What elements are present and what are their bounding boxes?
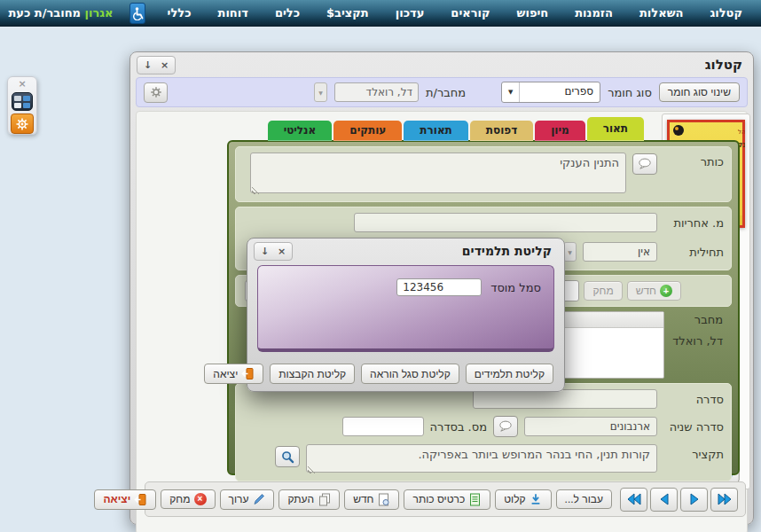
menu-item-orders[interactable]: הזמנות xyxy=(561,0,626,27)
last-record-button[interactable] xyxy=(710,488,738,512)
new-record-button[interactable]: חדש xyxy=(344,489,399,510)
screen: { "topbar": { "menu": ["קטלוג","השאלות",… xyxy=(0,0,761,532)
header-gear-button[interactable] xyxy=(144,82,168,103)
new-document-icon xyxy=(377,493,390,506)
intake-staff-button[interactable]: קליטת סגל הוראה xyxy=(361,364,459,384)
summary-label: תקציר xyxy=(663,444,724,461)
first-record-button[interactable] xyxy=(620,488,647,512)
download-icon xyxy=(530,493,543,506)
wheelchair-icon xyxy=(130,6,145,20)
dialog-controls: × ↓ xyxy=(254,242,293,261)
summary-search-button[interactable] xyxy=(275,446,300,467)
speech-bubble-icon xyxy=(498,420,513,433)
exit-icon xyxy=(134,493,147,506)
change-material-type-button[interactable]: שינוי סוג חומר xyxy=(659,82,740,102)
catalog-titlebar[interactable]: × ↓ קטלוג xyxy=(130,52,753,77)
menu-item-reports[interactable]: דוחות xyxy=(205,0,262,27)
title-note-button[interactable] xyxy=(632,153,657,175)
tab-description2[interactable]: תאורת xyxy=(404,121,467,141)
author-field[interactable] xyxy=(334,82,419,102)
window-title: קטלוג xyxy=(705,57,742,73)
series2-label: סדרה שניה xyxy=(663,420,724,434)
exit-button[interactable]: יציאה xyxy=(94,489,156,510)
green-document-icon xyxy=(468,493,482,506)
menu-item-tools[interactable]: כלים xyxy=(262,0,313,27)
author-new-button[interactable]: + חדש xyxy=(627,281,681,301)
goto-button[interactable]: עבור ל... xyxy=(556,489,612,509)
copy-icon xyxy=(318,493,331,506)
dialog-title: קליטת תלמידים xyxy=(462,244,552,258)
tab-analytic[interactable]: אנליטי xyxy=(268,121,333,141)
menu-item-readers[interactable]: קוראים xyxy=(437,0,503,27)
title-card-button[interactable]: כרטיס כותר xyxy=(404,489,490,510)
series-note-button[interactable] xyxy=(493,416,518,437)
settings-gear-icon[interactable] xyxy=(11,113,34,134)
series-number-label: מס. בסדרה xyxy=(430,420,487,434)
catalog-tabs: תאור מיון דפוסת תאורת עותקים אנליטי xyxy=(268,117,644,141)
title-label: כותר xyxy=(663,153,724,168)
author-row-value[interactable]: דל, רואלד xyxy=(671,334,723,348)
prefix-input[interactable] xyxy=(583,242,657,262)
accessibility-button[interactable] xyxy=(129,3,145,24)
responsibility-input[interactable] xyxy=(354,213,657,232)
dialog-titlebar[interactable]: × ↓ קליטת תלמידים xyxy=(247,239,564,263)
title-panel: כותר התנין הענקי xyxy=(235,146,732,202)
tab-copies[interactable]: עותקים xyxy=(333,121,402,141)
menu-item-budget[interactable]: תקציב$ xyxy=(313,0,382,27)
dialog-body: סמל מוסד xyxy=(257,265,554,352)
next-record-button[interactable] xyxy=(680,488,708,512)
material-type-select[interactable]: ספרים ▼ xyxy=(501,82,600,103)
intake-students-button[interactable]: קליטת תלמידים xyxy=(466,364,553,384)
prefix-chevron-down-icon[interactable]: ▼ xyxy=(563,242,577,262)
collapse-icon[interactable]: ↓ xyxy=(140,59,155,73)
calculator-icon[interactable] xyxy=(12,92,33,111)
tab-imprint[interactable]: דפוסת xyxy=(470,121,533,141)
menu-item-loans[interactable]: השאלות xyxy=(626,0,696,27)
previous-record-button[interactable] xyxy=(650,488,678,512)
plus-icon: + xyxy=(660,285,672,297)
close-icon[interactable]: × xyxy=(157,59,172,73)
institution-code-input[interactable] xyxy=(396,278,482,296)
dialog-footer: קליטת תלמידים קליטת סגל הוראה קליטת הקבצ… xyxy=(258,364,553,384)
chevron-down-icon[interactable]: ▼ xyxy=(502,82,520,102)
series-label: סדרה xyxy=(663,393,724,406)
title-input[interactable]: התנין הענקי xyxy=(250,153,626,193)
menu-item-general[interactable]: כללי xyxy=(154,0,205,27)
edit-button[interactable]: ערוך xyxy=(220,489,275,510)
logged-in-user: אגרון מחובר/ת כעת xyxy=(8,6,113,20)
dialog-exit-button[interactable]: יציאה xyxy=(204,364,263,384)
menu-item-catalog[interactable]: קטלוג xyxy=(696,0,756,27)
tab-description[interactable]: תאור xyxy=(587,117,644,141)
window-controls: × ↓ xyxy=(137,56,176,74)
author-delete-button[interactable]: מחק xyxy=(584,281,622,301)
prefix-label: תחילית xyxy=(663,246,724,259)
copy-button[interactable]: העתק xyxy=(279,489,340,510)
material-type-value: ספרים xyxy=(520,82,600,102)
menu-item-search[interactable]: חיפוש xyxy=(504,0,562,27)
delete-button[interactable]: × מחק xyxy=(161,489,215,509)
dialog-collapse-icon[interactable]: ↓ xyxy=(257,245,272,259)
globe-icon[interactable] xyxy=(0,4,1,22)
institution-code-label: סמל מוסד xyxy=(490,281,541,294)
main-menu: קטלוג השאלות הזמנות חיפוש קוראים עדכון ת… xyxy=(154,0,756,26)
catalog-header-row: שינוי סוג חומר סוג חומר ספרים ▼ מחבר/ת ▼ xyxy=(136,77,748,107)
series2-input[interactable] xyxy=(524,417,657,436)
dialog-close-icon[interactable]: × xyxy=(274,245,289,259)
capture-button[interactable]: קלוט xyxy=(495,489,551,510)
author-field-label: מחבר/ת xyxy=(426,86,466,99)
series-number-input[interactable] xyxy=(342,417,424,436)
exit-icon xyxy=(241,367,255,380)
responsibility-label: מ. אחריות xyxy=(663,216,724,230)
series-input[interactable] xyxy=(473,389,657,409)
intake-groups-button[interactable]: קליטת הקבצות xyxy=(270,364,355,384)
record-navigation xyxy=(620,488,738,512)
student-intake-dialog: × ↓ קליטת תלמידים סמל מוסד קליטת תלמידים… xyxy=(247,238,565,392)
tab-classification[interactable]: מיון xyxy=(535,121,584,141)
rail-close-icon[interactable]: × xyxy=(18,79,26,90)
red-x-icon: × xyxy=(194,493,207,505)
top-menu-bar: קטלוג השאלות הזמנות חיפוש קוראים עדכון ת… xyxy=(0,0,761,27)
author-chevron-down-icon[interactable]: ▼ xyxy=(314,82,327,102)
menu-item-update[interactable]: עדכון xyxy=(382,0,438,27)
summary-input[interactable]: קורות תנין, החי בנהר המרופש ביותר באפריק… xyxy=(306,444,657,473)
speech-bubble-icon xyxy=(638,158,652,170)
